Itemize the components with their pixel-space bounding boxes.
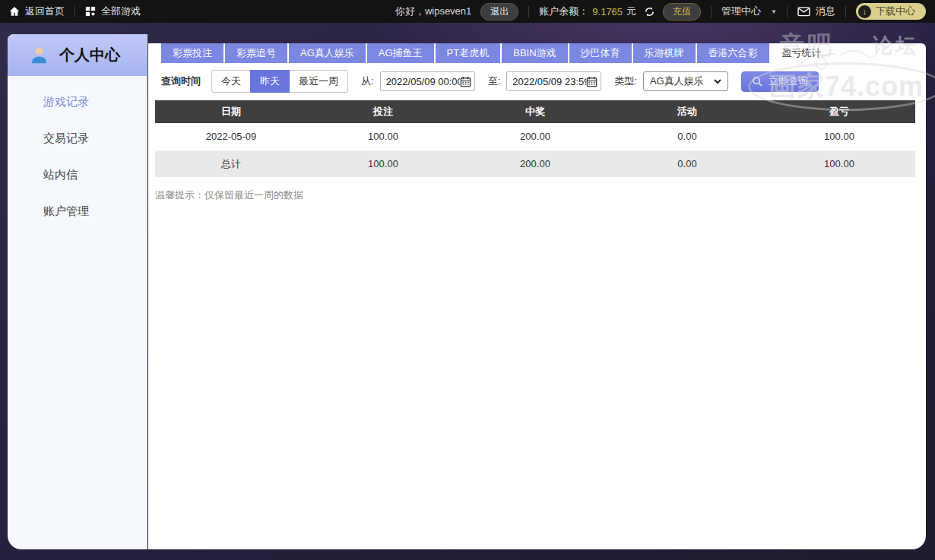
- tab-lottery-chase[interactable]: 彩票追号: [225, 43, 287, 63]
- greeting-text: 你好，wipseven1: [395, 5, 471, 18]
- balance-unit: 元: [626, 5, 636, 18]
- sidebar-menu: 游戏记录 交易记录 站内信 账户管理: [8, 76, 147, 229]
- admin-center-label: 管理中心: [721, 5, 761, 18]
- tab-bbin-games[interactable]: BBIN游戏: [502, 43, 567, 63]
- range-last-week-button[interactable]: 最近一周: [289, 70, 348, 93]
- column-header-win: 中奖: [459, 100, 611, 123]
- recharge-button[interactable]: 充值: [663, 3, 701, 21]
- divider: [711, 6, 712, 17]
- cell-total-label: 总计: [155, 150, 307, 177]
- game-type-tabs: 彩票投注 彩票追号 AG真人娱乐 AG捕鱼王 PT老虎机 BBIN游戏 沙巴体育…: [148, 43, 926, 63]
- cell-total-profit: 100.00: [763, 150, 915, 177]
- sidebar-item-game-records[interactable]: 游戏记录: [8, 84, 147, 120]
- search-button[interactable]: 立即查询: [741, 71, 819, 92]
- download-icon: ↓: [858, 5, 871, 18]
- download-center-button[interactable]: ↓ 下载中心: [856, 3, 926, 20]
- sidebar: 个人中心 游戏记录 交易记录 站内信 账户管理: [8, 34, 147, 549]
- cell-bet: 100.00: [307, 123, 459, 150]
- column-header-profit: 盈亏: [763, 100, 915, 123]
- sidebar-item-account-management[interactable]: 账户管理: [8, 193, 147, 229]
- from-date-input[interactable]: [386, 76, 460, 87]
- quick-range-group: 今天 昨天 最近一周: [211, 70, 348, 93]
- tab-leyou-chess[interactable]: 乐游棋牌: [633, 43, 696, 63]
- divider: [787, 6, 788, 17]
- search-button-label: 立即查询: [769, 74, 808, 88]
- balance-amount: 9.1765: [592, 6, 623, 17]
- column-header-activity: 活动: [611, 100, 763, 123]
- calendar-icon[interactable]: [460, 76, 471, 87]
- cell-total-bet: 100.00: [307, 150, 459, 177]
- content-panel: 个人中心 游戏记录 交易记录 站内信 账户管理 彩票投注 彩票追号 AG真人娱乐…: [8, 34, 926, 549]
- top-bar: 返回首页 全部游戏 你好，wipseven1 退出 账户余额： 9.1765 元…: [0, 0, 935, 23]
- tab-pt-slots[interactable]: PT老虎机: [436, 43, 501, 63]
- grid-icon: [85, 6, 96, 17]
- home-icon: [9, 6, 20, 17]
- tab-ag-fishing[interactable]: AG捕鱼王: [367, 43, 434, 63]
- messages-link[interactable]: 消息: [797, 5, 835, 18]
- game-type-select[interactable]: AG真人娱乐: [643, 71, 728, 91]
- cell-profit: 100.00: [763, 123, 915, 150]
- all-games-label: 全部游戏: [101, 5, 141, 18]
- logout-button[interactable]: 退出: [480, 3, 518, 21]
- type-label: 类型:: [614, 74, 637, 88]
- game-type-select-value: AG真人娱乐: [650, 74, 704, 88]
- from-label: 从:: [361, 74, 374, 88]
- tab-ag-live[interactable]: AG真人娱乐: [289, 43, 366, 63]
- tab-profit-stats[interactable]: 盈亏统计: [771, 43, 833, 63]
- home-link[interactable]: 返回首页: [9, 5, 65, 18]
- column-header-date: 日期: [155, 100, 307, 123]
- tab-hk-mark-six[interactable]: 香港六合彩: [697, 43, 769, 63]
- admin-center-menu[interactable]: 管理中心 ▼: [721, 5, 777, 18]
- table-header-row: 日期 投注 中奖 活动 盈亏: [155, 100, 915, 123]
- sidebar-title: 个人中心: [59, 45, 120, 65]
- cell-win: 200.00: [459, 123, 611, 150]
- to-date-field: [506, 71, 601, 91]
- column-header-bet: 投注: [307, 100, 459, 123]
- chevron-down-icon: ▼: [771, 8, 777, 15]
- sidebar-header: 个人中心: [8, 34, 147, 76]
- to-label: 至:: [488, 74, 501, 88]
- cell-total-win: 200.00: [459, 150, 611, 177]
- main-content: 彩票投注 彩票追号 AG真人娱乐 AG捕鱼王 PT老虎机 BBIN游戏 沙巴体育…: [148, 43, 926, 549]
- range-today-button[interactable]: 今天: [211, 70, 251, 93]
- table-row: 2022-05-09 100.00 200.00 0.00 100.00: [155, 123, 915, 150]
- balance-label: 账户余额：: [539, 5, 588, 18]
- sidebar-item-transaction-records[interactable]: 交易记录: [8, 120, 147, 157]
- search-icon: [752, 76, 763, 87]
- envelope-icon: [797, 6, 810, 17]
- download-center-label: 下载中心: [876, 5, 915, 18]
- query-toolbar: 查询时间 今天 昨天 最近一周 从: 至: 类型:: [161, 70, 926, 93]
- table-total-row: 总计 100.00 200.00 0.00 100.00: [155, 150, 915, 177]
- messages-label: 消息: [816, 5, 835, 18]
- home-link-label: 返回首页: [25, 5, 65, 18]
- cell-date: 2022-05-09: [155, 123, 307, 150]
- cell-activity: 0.00: [611, 123, 763, 150]
- calendar-icon[interactable]: [586, 76, 597, 87]
- from-date-field: [380, 71, 475, 91]
- divider: [845, 6, 846, 17]
- sidebar-item-site-mail[interactable]: 站内信: [8, 157, 147, 193]
- query-time-label: 查询时间: [161, 74, 201, 88]
- tab-saba-sports[interactable]: 沙巴体育: [569, 43, 632, 63]
- divider: [528, 6, 529, 17]
- to-date-input[interactable]: [512, 76, 586, 87]
- all-games-link[interactable]: 全部游戏: [85, 5, 141, 18]
- cell-total-activity: 0.00: [611, 150, 763, 177]
- chevron-down-icon: [714, 79, 721, 84]
- profit-stats-table: 日期 投注 中奖 活动 盈亏 2022-05-09 100.00 200.00 …: [155, 100, 915, 177]
- tab-lottery-bet[interactable]: 彩票投注: [161, 43, 223, 63]
- refresh-icon[interactable]: [644, 6, 655, 17]
- divider: [74, 6, 75, 17]
- avatar: [29, 45, 49, 65]
- retention-tip: 温馨提示：仅保留最近一周的数据: [155, 188, 926, 202]
- range-yesterday-button[interactable]: 昨天: [250, 70, 290, 93]
